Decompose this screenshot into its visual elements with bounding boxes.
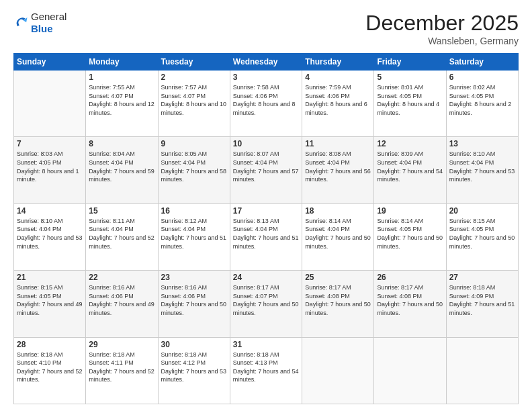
- day-info: Sunrise: 8:12 AM Sunset: 4:04 PM Dayligh…: [161, 217, 227, 250]
- table-row: 5 Sunrise: 8:01 AM Sunset: 4:05 PM Dayli…: [374, 71, 446, 137]
- table-row: 20 Sunrise: 8:15 AM Sunset: 4:05 PM Dayl…: [446, 203, 518, 270]
- day-number: 10: [233, 139, 299, 148]
- logo-icon: [13, 15, 28, 30]
- col-sunday: Sunday: [14, 54, 86, 71]
- calendar-week-row: 21 Sunrise: 8:15 AM Sunset: 4:05 PM Dayl…: [14, 271, 519, 337]
- day-number: 4: [305, 73, 371, 82]
- table-row: 3 Sunrise: 7:58 AM Sunset: 4:06 PM Dayli…: [230, 71, 302, 137]
- table-row: 26 Sunrise: 8:17 AM Sunset: 4:08 PM Dayl…: [374, 271, 446, 337]
- day-info: Sunrise: 7:58 AM Sunset: 4:06 PM Dayligh…: [233, 83, 299, 117]
- day-info: Sunrise: 8:10 AM Sunset: 4:04 PM Dayligh…: [449, 150, 515, 183]
- day-info: Sunrise: 8:10 AM Sunset: 4:04 PM Dayligh…: [17, 217, 83, 250]
- table-row: 24 Sunrise: 8:17 AM Sunset: 4:07 PM Dayl…: [230, 271, 302, 337]
- day-number: 30: [161, 340, 227, 349]
- day-info: Sunrise: 8:17 AM Sunset: 4:08 PM Dayligh…: [305, 283, 371, 317]
- day-info: Sunrise: 8:18 AM Sunset: 4:11 PM Dayligh…: [89, 351, 154, 384]
- page: General Blue December 2025 Wansleben, Ge…: [0, 0, 532, 411]
- day-info: Sunrise: 8:18 AM Sunset: 4:12 PM Dayligh…: [161, 351, 227, 384]
- table-row: 11 Sunrise: 8:08 AM Sunset: 4:04 PM Dayl…: [302, 137, 374, 203]
- table-row: 12 Sunrise: 8:09 AM Sunset: 4:04 PM Dayl…: [374, 137, 446, 203]
- day-info: Sunrise: 8:16 AM Sunset: 4:06 PM Dayligh…: [161, 283, 227, 317]
- logo-general: General: [31, 11, 66, 23]
- day-info: Sunrise: 8:18 AM Sunset: 4:13 PM Dayligh…: [233, 351, 299, 384]
- logo-blue: Blue: [31, 23, 66, 35]
- table-row: 7 Sunrise: 8:03 AM Sunset: 4:05 PM Dayli…: [14, 137, 86, 203]
- calendar-subtitle: Wansleben, Germany: [365, 36, 519, 46]
- day-number: 31: [233, 340, 299, 349]
- calendar-week-row: 1 Sunrise: 7:55 AM Sunset: 4:07 PM Dayli…: [14, 71, 519, 137]
- day-info: Sunrise: 8:14 AM Sunset: 4:05 PM Dayligh…: [377, 217, 443, 250]
- table-row: 17 Sunrise: 8:13 AM Sunset: 4:04 PM Dayl…: [230, 203, 302, 270]
- col-saturday: Saturday: [446, 54, 518, 71]
- day-number: 29: [89, 340, 154, 349]
- day-info: Sunrise: 8:09 AM Sunset: 4:04 PM Dayligh…: [377, 150, 443, 183]
- day-number: 16: [161, 206, 227, 216]
- day-number: 3: [233, 73, 299, 82]
- table-row: 21 Sunrise: 8:15 AM Sunset: 4:05 PM Dayl…: [14, 271, 86, 337]
- day-info: Sunrise: 7:57 AM Sunset: 4:07 PM Dayligh…: [161, 83, 227, 117]
- day-info: Sunrise: 8:18 AM Sunset: 4:10 PM Dayligh…: [17, 351, 83, 384]
- table-row: 25 Sunrise: 8:17 AM Sunset: 4:08 PM Dayl…: [302, 271, 374, 337]
- day-info: Sunrise: 7:59 AM Sunset: 4:06 PM Dayligh…: [305, 83, 371, 117]
- table-row: 16 Sunrise: 8:12 AM Sunset: 4:04 PM Dayl…: [158, 203, 230, 270]
- table-row: 23 Sunrise: 8:16 AM Sunset: 4:06 PM Dayl…: [158, 271, 230, 337]
- day-number: 9: [161, 139, 227, 148]
- logo: General Blue: [13, 11, 66, 35]
- day-info: Sunrise: 8:14 AM Sunset: 4:04 PM Dayligh…: [305, 217, 371, 250]
- day-info: Sunrise: 8:13 AM Sunset: 4:04 PM Dayligh…: [233, 217, 299, 250]
- table-row: 29 Sunrise: 8:18 AM Sunset: 4:11 PM Dayl…: [86, 337, 158, 404]
- table-row: 27 Sunrise: 8:18 AM Sunset: 4:09 PM Dayl…: [446, 271, 518, 337]
- day-info: Sunrise: 8:17 AM Sunset: 4:07 PM Dayligh…: [233, 283, 299, 317]
- col-tuesday: Tuesday: [158, 54, 230, 71]
- table-row: 1 Sunrise: 7:55 AM Sunset: 4:07 PM Dayli…: [86, 71, 158, 137]
- calendar-week-row: 28 Sunrise: 8:18 AM Sunset: 4:10 PM Dayl…: [14, 337, 519, 404]
- table-row: 28 Sunrise: 8:18 AM Sunset: 4:10 PM Dayl…: [14, 337, 86, 404]
- day-number: 13: [449, 139, 515, 148]
- table-row: [14, 71, 86, 137]
- day-info: Sunrise: 8:05 AM Sunset: 4:04 PM Dayligh…: [161, 150, 227, 183]
- table-row: 10 Sunrise: 8:07 AM Sunset: 4:04 PM Dayl…: [230, 137, 302, 203]
- col-monday: Monday: [86, 54, 158, 71]
- day-number: 23: [161, 273, 227, 282]
- table-row: 2 Sunrise: 7:57 AM Sunset: 4:07 PM Dayli…: [158, 71, 230, 137]
- table-row: 31 Sunrise: 8:18 AM Sunset: 4:13 PM Dayl…: [230, 337, 302, 404]
- day-number: 21: [17, 273, 83, 282]
- calendar-week-row: 7 Sunrise: 8:03 AM Sunset: 4:05 PM Dayli…: [14, 137, 519, 203]
- col-thursday: Thursday: [302, 54, 374, 71]
- day-number: 18: [305, 206, 371, 216]
- header: General Blue December 2025 Wansleben, Ge…: [13, 11, 519, 46]
- table-row: 8 Sunrise: 8:04 AM Sunset: 4:04 PM Dayli…: [86, 137, 158, 203]
- day-number: 24: [233, 273, 299, 282]
- table-row: 22 Sunrise: 8:16 AM Sunset: 4:06 PM Dayl…: [86, 271, 158, 337]
- day-info: Sunrise: 8:07 AM Sunset: 4:04 PM Dayligh…: [233, 150, 299, 183]
- day-number: 19: [377, 206, 443, 216]
- day-info: Sunrise: 8:03 AM Sunset: 4:05 PM Dayligh…: [17, 150, 83, 183]
- table-row: [374, 337, 446, 404]
- title-block: December 2025 Wansleben, Germany: [365, 11, 519, 46]
- day-info: Sunrise: 8:17 AM Sunset: 4:08 PM Dayligh…: [377, 283, 443, 317]
- day-number: 6: [449, 73, 515, 82]
- day-info: Sunrise: 8:02 AM Sunset: 4:05 PM Dayligh…: [449, 83, 515, 117]
- day-number: 2: [161, 73, 227, 82]
- col-friday: Friday: [374, 54, 446, 71]
- day-info: Sunrise: 8:01 AM Sunset: 4:05 PM Dayligh…: [377, 83, 443, 117]
- logo-text: General Blue: [31, 11, 66, 35]
- day-number: 28: [17, 340, 83, 349]
- calendar-title: December 2025: [365, 11, 519, 36]
- day-number: 7: [17, 139, 83, 148]
- day-info: Sunrise: 8:15 AM Sunset: 4:05 PM Dayligh…: [449, 217, 515, 250]
- table-row: 14 Sunrise: 8:10 AM Sunset: 4:04 PM Dayl…: [14, 203, 86, 270]
- table-row: [446, 337, 518, 404]
- day-info: Sunrise: 7:55 AM Sunset: 4:07 PM Dayligh…: [89, 83, 154, 117]
- day-number: 12: [377, 139, 443, 148]
- col-wednesday: Wednesday: [230, 54, 302, 71]
- calendar-week-row: 14 Sunrise: 8:10 AM Sunset: 4:04 PM Dayl…: [14, 203, 519, 270]
- day-number: 20: [449, 206, 515, 216]
- day-number: 26: [377, 273, 443, 282]
- day-info: Sunrise: 8:16 AM Sunset: 4:06 PM Dayligh…: [89, 283, 154, 317]
- table-row: [302, 337, 374, 404]
- day-number: 27: [449, 273, 515, 282]
- table-row: 30 Sunrise: 8:18 AM Sunset: 4:12 PM Dayl…: [158, 337, 230, 404]
- day-number: 17: [233, 206, 299, 216]
- table-row: 18 Sunrise: 8:14 AM Sunset: 4:04 PM Dayl…: [302, 203, 374, 270]
